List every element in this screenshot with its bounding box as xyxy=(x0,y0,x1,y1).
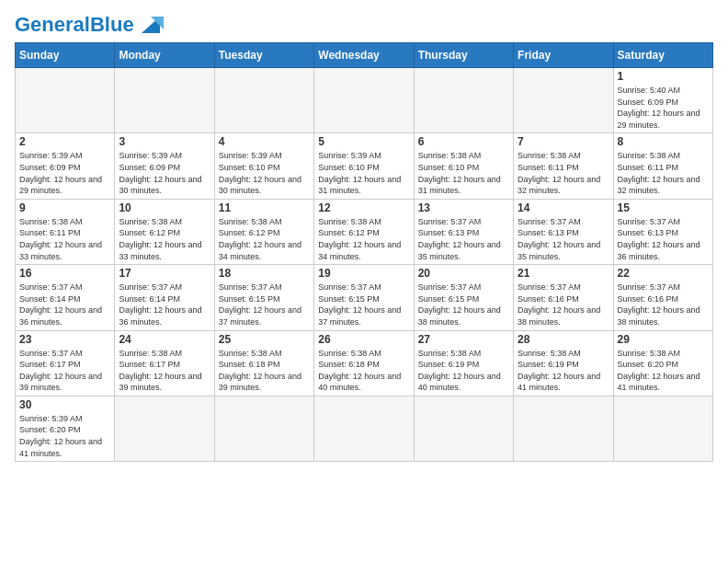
calendar-cell: 13Sunrise: 5:37 AM Sunset: 6:13 PM Dayli… xyxy=(414,199,513,264)
col-header-sunday: Sunday xyxy=(16,43,115,68)
calendar-cell: 5Sunrise: 5:39 AM Sunset: 6:10 PM Daylig… xyxy=(314,133,414,199)
day-info: Sunrise: 5:38 AM Sunset: 6:18 PM Dayligh… xyxy=(219,348,310,394)
calendar-cell xyxy=(214,396,313,461)
day-info: Sunrise: 5:38 AM Sunset: 6:20 PM Dayligh… xyxy=(618,348,709,394)
day-info: Sunrise: 5:37 AM Sunset: 6:13 PM Dayligh… xyxy=(418,216,509,262)
day-number: 23 xyxy=(19,333,110,346)
calendar-cell: 11Sunrise: 5:38 AM Sunset: 6:12 PM Dayli… xyxy=(214,199,313,264)
calendar-cell xyxy=(314,396,414,461)
day-info: Sunrise: 5:38 AM Sunset: 6:19 PM Dayligh… xyxy=(518,348,609,394)
day-info: Sunrise: 5:38 AM Sunset: 6:11 PM Dayligh… xyxy=(618,150,709,196)
day-number: 19 xyxy=(318,267,409,280)
calendar-cell: 25Sunrise: 5:38 AM Sunset: 6:18 PM Dayli… xyxy=(214,330,313,396)
day-number: 27 xyxy=(418,333,509,346)
calendar-cell: 19Sunrise: 5:37 AM Sunset: 6:15 PM Dayli… xyxy=(314,265,414,330)
day-info: Sunrise: 5:38 AM Sunset: 6:12 PM Dayligh… xyxy=(119,216,210,262)
day-info: Sunrise: 5:39 AM Sunset: 6:10 PM Dayligh… xyxy=(318,150,409,196)
calendar-cell: 29Sunrise: 5:38 AM Sunset: 6:20 PM Dayli… xyxy=(613,330,712,396)
calendar-cell: 3Sunrise: 5:39 AM Sunset: 6:09 PM Daylig… xyxy=(115,133,214,199)
calendar-cell: 20Sunrise: 5:37 AM Sunset: 6:15 PM Dayli… xyxy=(414,265,513,330)
col-header-wednesday: Wednesday xyxy=(314,43,414,68)
day-info: Sunrise: 5:37 AM Sunset: 6:16 PM Dayligh… xyxy=(518,282,609,327)
calendar-cell: 1Sunrise: 5:40 AM Sunset: 6:09 PM Daylig… xyxy=(613,68,712,133)
day-number: 13 xyxy=(418,201,509,214)
day-info: Sunrise: 5:38 AM Sunset: 6:17 PM Dayligh… xyxy=(119,348,210,394)
calendar-cell: 18Sunrise: 5:37 AM Sunset: 6:15 PM Dayli… xyxy=(214,265,313,330)
day-number: 24 xyxy=(119,333,210,346)
day-info: Sunrise: 5:37 AM Sunset: 6:13 PM Dayligh… xyxy=(618,216,709,262)
day-info: Sunrise: 5:38 AM Sunset: 6:19 PM Dayligh… xyxy=(418,348,509,394)
col-header-saturday: Saturday xyxy=(613,43,712,68)
calendar-cell xyxy=(115,396,214,461)
header: GeneralBlue xyxy=(15,15,713,35)
day-number: 8 xyxy=(618,135,709,148)
calendar: SundayMondayTuesdayWednesdayThursdayFrid… xyxy=(15,42,713,462)
calendar-cell: 14Sunrise: 5:37 AM Sunset: 6:13 PM Dayli… xyxy=(514,199,613,264)
calendar-cell: 7Sunrise: 5:38 AM Sunset: 6:11 PM Daylig… xyxy=(514,133,613,199)
day-number: 17 xyxy=(119,267,210,280)
calendar-cell: 30Sunrise: 5:39 AM Sunset: 6:20 PM Dayli… xyxy=(16,396,115,461)
calendar-cell xyxy=(514,396,613,461)
calendar-cell: 10Sunrise: 5:38 AM Sunset: 6:12 PM Dayli… xyxy=(115,199,214,264)
calendar-cell: 6Sunrise: 5:38 AM Sunset: 6:10 PM Daylig… xyxy=(414,133,513,199)
calendar-cell: 17Sunrise: 5:37 AM Sunset: 6:14 PM Dayli… xyxy=(115,265,214,330)
day-number: 26 xyxy=(318,333,409,346)
calendar-header-row: SundayMondayTuesdayWednesdayThursdayFrid… xyxy=(16,43,713,68)
calendar-cell: 24Sunrise: 5:38 AM Sunset: 6:17 PM Dayli… xyxy=(115,330,214,396)
day-number: 16 xyxy=(19,267,110,280)
calendar-cell xyxy=(414,396,513,461)
day-number: 21 xyxy=(518,267,609,280)
calendar-week-row: 23Sunrise: 5:37 AM Sunset: 6:17 PM Dayli… xyxy=(16,330,713,396)
day-number: 9 xyxy=(19,201,110,214)
logo-text: GeneralBlue xyxy=(15,15,134,35)
day-number: 12 xyxy=(318,201,409,214)
calendar-cell xyxy=(115,68,214,133)
day-number: 3 xyxy=(119,135,210,148)
calendar-cell: 26Sunrise: 5:38 AM Sunset: 6:18 PM Dayli… xyxy=(314,330,414,396)
day-number: 2 xyxy=(19,135,110,148)
day-info: Sunrise: 5:39 AM Sunset: 6:09 PM Dayligh… xyxy=(119,150,210,196)
calendar-cell xyxy=(414,68,513,133)
day-info: Sunrise: 5:38 AM Sunset: 6:11 PM Dayligh… xyxy=(19,216,110,262)
logo: GeneralBlue xyxy=(15,15,164,35)
logo-general: General xyxy=(15,13,90,36)
calendar-week-row: 1Sunrise: 5:40 AM Sunset: 6:09 PM Daylig… xyxy=(16,68,713,133)
logo-icon xyxy=(138,13,164,35)
day-info: Sunrise: 5:37 AM Sunset: 6:13 PM Dayligh… xyxy=(518,216,609,262)
day-info: Sunrise: 5:37 AM Sunset: 6:15 PM Dayligh… xyxy=(219,282,310,327)
day-info: Sunrise: 5:39 AM Sunset: 6:10 PM Dayligh… xyxy=(219,150,310,196)
day-info: Sunrise: 5:39 AM Sunset: 6:09 PM Dayligh… xyxy=(19,150,110,196)
day-info: Sunrise: 5:37 AM Sunset: 6:14 PM Dayligh… xyxy=(19,282,110,327)
day-number: 30 xyxy=(19,398,110,411)
col-header-friday: Friday xyxy=(514,43,613,68)
day-info: Sunrise: 5:38 AM Sunset: 6:12 PM Dayligh… xyxy=(318,216,409,262)
day-number: 22 xyxy=(618,267,709,280)
calendar-cell: 8Sunrise: 5:38 AM Sunset: 6:11 PM Daylig… xyxy=(613,133,712,199)
day-info: Sunrise: 5:37 AM Sunset: 6:15 PM Dayligh… xyxy=(318,282,409,327)
day-info: Sunrise: 5:37 AM Sunset: 6:15 PM Dayligh… xyxy=(418,282,509,327)
calendar-cell: 22Sunrise: 5:37 AM Sunset: 6:16 PM Dayli… xyxy=(613,265,712,330)
calendar-cell: 16Sunrise: 5:37 AM Sunset: 6:14 PM Dayli… xyxy=(16,265,115,330)
calendar-cell: 15Sunrise: 5:37 AM Sunset: 6:13 PM Dayli… xyxy=(613,199,712,264)
day-number: 14 xyxy=(518,201,609,214)
calendar-week-row: 30Sunrise: 5:39 AM Sunset: 6:20 PM Dayli… xyxy=(16,396,713,461)
day-info: Sunrise: 5:38 AM Sunset: 6:10 PM Dayligh… xyxy=(418,150,509,196)
day-number: 7 xyxy=(518,135,609,148)
calendar-cell xyxy=(214,68,313,133)
day-info: Sunrise: 5:39 AM Sunset: 6:20 PM Dayligh… xyxy=(19,413,110,459)
day-info: Sunrise: 5:40 AM Sunset: 6:09 PM Dayligh… xyxy=(618,85,709,131)
day-number: 4 xyxy=(219,135,310,148)
calendar-cell: 23Sunrise: 5:37 AM Sunset: 6:17 PM Dayli… xyxy=(16,330,115,396)
col-header-thursday: Thursday xyxy=(414,43,513,68)
calendar-cell xyxy=(613,396,712,461)
calendar-cell: 9Sunrise: 5:38 AM Sunset: 6:11 PM Daylig… xyxy=(16,199,115,264)
day-info: Sunrise: 5:38 AM Sunset: 6:11 PM Dayligh… xyxy=(518,150,609,196)
calendar-cell: 27Sunrise: 5:38 AM Sunset: 6:19 PM Dayli… xyxy=(414,330,513,396)
calendar-cell: 28Sunrise: 5:38 AM Sunset: 6:19 PM Dayli… xyxy=(514,330,613,396)
day-number: 29 xyxy=(618,333,709,346)
calendar-week-row: 2Sunrise: 5:39 AM Sunset: 6:09 PM Daylig… xyxy=(16,133,713,199)
calendar-week-row: 16Sunrise: 5:37 AM Sunset: 6:14 PM Dayli… xyxy=(16,265,713,330)
col-header-monday: Monday xyxy=(115,43,214,68)
day-number: 15 xyxy=(618,201,709,214)
calendar-cell xyxy=(16,68,115,133)
